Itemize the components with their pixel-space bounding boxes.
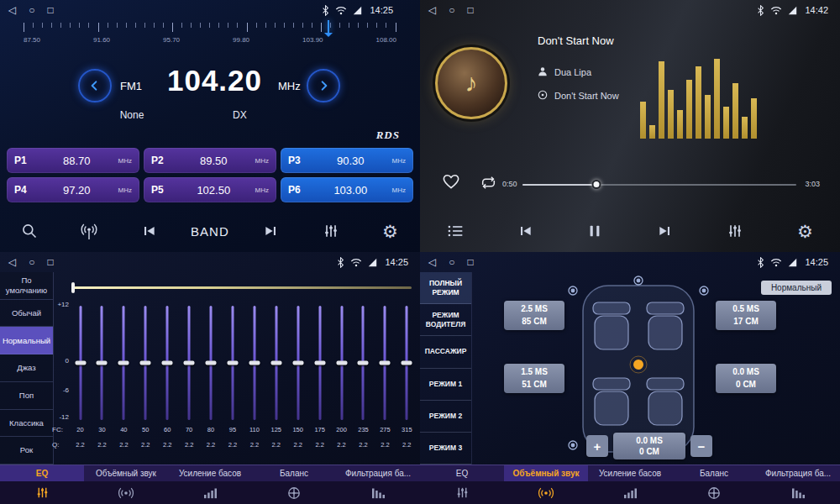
eq-band-thumb[interactable] bbox=[140, 361, 151, 365]
preset-button-6[interactable]: P6 103.00 MHz bbox=[281, 177, 413, 202]
master-gain-thumb[interactable] bbox=[71, 282, 75, 293]
nav-recents-icon[interactable]: □ bbox=[467, 0, 473, 20]
nav-recents-icon[interactable]: □ bbox=[467, 252, 473, 272]
nav-home-icon[interactable]: ○ bbox=[449, 252, 454, 272]
eq-band-thumb[interactable] bbox=[184, 361, 195, 365]
eq-band-slider[interactable] bbox=[379, 306, 391, 420]
mode-full[interactable]: ПОЛНЫЙ РЕЖИМ bbox=[420, 272, 471, 304]
eq-band-slider[interactable] bbox=[401, 306, 413, 420]
eq-preset-custom[interactable]: Обычай bbox=[0, 300, 53, 328]
nav-back-icon[interactable]: ◁ bbox=[428, 0, 436, 20]
frequency-ruler[interactable]: 87.50 91.60 95.70 99.80 103.90 108.00 bbox=[24, 23, 396, 55]
playlist-icon[interactable] bbox=[438, 213, 473, 249]
filter-tab-icon[interactable] bbox=[756, 486, 840, 499]
eq-band-slider[interactable] bbox=[205, 306, 218, 420]
eq-preset-jazz[interactable]: Джаз bbox=[0, 354, 53, 382]
eq-band-slider[interactable] bbox=[335, 306, 348, 420]
filter-tab-icon[interactable] bbox=[336, 486, 420, 499]
pause-icon[interactable] bbox=[577, 213, 612, 249]
nav-home-icon[interactable]: ○ bbox=[29, 252, 34, 272]
mode-1[interactable]: РЕЖИМ 1 bbox=[420, 369, 471, 401]
front-right-delay[interactable]: 0.5 MS 17 CM bbox=[716, 301, 776, 330]
tab-eq[interactable]: EQ bbox=[420, 465, 504, 481]
next-station-icon[interactable] bbox=[254, 213, 289, 249]
eq-band-slider[interactable] bbox=[248, 306, 260, 420]
sound-profile-button[interactable]: Нормальный bbox=[761, 281, 832, 295]
surround-tab-icon[interactable] bbox=[84, 486, 168, 500]
balance-tab-icon[interactable] bbox=[252, 486, 336, 500]
eq-band-thumb[interactable] bbox=[75, 361, 86, 365]
delay-increase-button[interactable]: + bbox=[586, 435, 608, 457]
eq-band-thumb[interactable] bbox=[97, 361, 108, 365]
eq-band-thumb[interactable] bbox=[336, 361, 347, 365]
progress-thumb[interactable] bbox=[592, 180, 601, 189]
eq-band-thumb[interactable] bbox=[227, 361, 238, 365]
eq-tab-icon[interactable] bbox=[0, 486, 84, 500]
settings-gear-icon[interactable]: ⚙ bbox=[372, 213, 407, 249]
eq-band-slider[interactable] bbox=[291, 306, 304, 420]
mode-passenger[interactable]: ПАССАЖИР bbox=[420, 336, 471, 368]
eq-band-thumb[interactable] bbox=[292, 361, 303, 365]
next-track-icon[interactable] bbox=[648, 213, 683, 249]
eq-band-slider[interactable] bbox=[183, 306, 196, 420]
preset-button-4[interactable]: P4 97.20 MHz bbox=[7, 177, 139, 202]
master-gain-slider[interactable] bbox=[74, 286, 412, 289]
eq-band-slider[interactable] bbox=[357, 306, 370, 420]
mixer-sliders-icon[interactable] bbox=[717, 213, 753, 249]
tab-filter[interactable]: Фильтрация ба... bbox=[756, 465, 840, 481]
delay-decrease-button[interactable]: − bbox=[690, 435, 712, 457]
eq-preset-rock[interactable]: Рок bbox=[0, 437, 53, 465]
eq-band-thumb[interactable] bbox=[162, 361, 173, 365]
eq-band-slider[interactable] bbox=[74, 306, 87, 420]
nav-back-icon[interactable]: ◁ bbox=[428, 252, 436, 272]
seek-down-button[interactable] bbox=[78, 69, 112, 102]
seek-up-button[interactable] bbox=[307, 69, 340, 102]
eq-band-slider[interactable] bbox=[226, 306, 239, 420]
favorite-heart-icon[interactable] bbox=[442, 173, 460, 193]
eq-band-slider[interactable] bbox=[96, 306, 108, 420]
preset-button-5[interactable]: P5 102.50 MHz bbox=[144, 177, 276, 202]
eq-tab-icon[interactable] bbox=[420, 486, 504, 500]
mode-2[interactable]: РЕЖИМ 2 bbox=[420, 401, 471, 433]
equalizer-icon[interactable] bbox=[313, 213, 349, 249]
eq-band-thumb[interactable] bbox=[380, 361, 391, 365]
repeat-icon[interactable] bbox=[480, 176, 497, 193]
eq-band-thumb[interactable] bbox=[270, 361, 281, 365]
eq-band-slider[interactable] bbox=[161, 306, 174, 420]
nav-back-icon[interactable]: ◁ bbox=[8, 0, 16, 20]
nav-home-icon[interactable]: ○ bbox=[449, 0, 454, 20]
eq-preset-pop[interactable]: Поп bbox=[0, 382, 53, 410]
surround-tab-icon[interactable] bbox=[504, 486, 588, 500]
eq-band-thumb[interactable] bbox=[358, 361, 369, 365]
eq-band-slider[interactable] bbox=[139, 306, 152, 420]
tab-eq[interactable]: EQ bbox=[0, 465, 84, 481]
tab-balance[interactable]: Баланс bbox=[252, 465, 336, 481]
eq-band-slider[interactable] bbox=[313, 306, 326, 420]
mode-driver[interactable]: РЕЖИМ ВОДИТЕЛЯ bbox=[420, 304, 471, 336]
tab-balance[interactable]: Баланс bbox=[672, 465, 756, 481]
progress-bar[interactable] bbox=[522, 184, 796, 186]
settings-gear-icon[interactable]: ⚙ bbox=[787, 213, 822, 249]
eq-preset-normal[interactable]: Нормальный bbox=[0, 327, 53, 354]
eq-band-thumb[interactable] bbox=[314, 361, 325, 365]
preset-button-2[interactable]: P2 89.50 MHz bbox=[144, 148, 276, 173]
nav-recents-icon[interactable]: □ bbox=[47, 252, 53, 272]
previous-station-icon[interactable] bbox=[131, 213, 166, 249]
tab-filter[interactable]: Фильтрация ба... bbox=[336, 465, 420, 481]
preset-button-1[interactable]: P1 88.70 MHz bbox=[7, 148, 139, 173]
bass-boost-tab-icon[interactable] bbox=[588, 486, 672, 499]
auto-scan-icon[interactable] bbox=[71, 213, 107, 249]
eq-band-thumb[interactable] bbox=[249, 361, 260, 365]
front-left-delay[interactable]: 2.5 MS 85 CM bbox=[504, 301, 564, 330]
previous-track-icon[interactable] bbox=[507, 213, 543, 249]
eq-preset-classic[interactable]: Классика bbox=[0, 410, 53, 438]
tab-surround[interactable]: Объёмный звук bbox=[504, 465, 588, 481]
search-icon[interactable] bbox=[12, 213, 47, 249]
band-button[interactable]: BAND bbox=[191, 213, 229, 249]
bass-boost-tab-icon[interactable] bbox=[168, 486, 252, 499]
mode-3[interactable]: РЕЖИМ 3 bbox=[420, 433, 471, 465]
tab-surround[interactable]: Объёмный звук bbox=[84, 465, 168, 481]
eq-preset-default[interactable]: По умолчанию bbox=[0, 272, 53, 300]
tab-bass-boost[interactable]: Усиление басов bbox=[168, 465, 252, 481]
nav-recents-icon[interactable]: □ bbox=[47, 0, 53, 20]
